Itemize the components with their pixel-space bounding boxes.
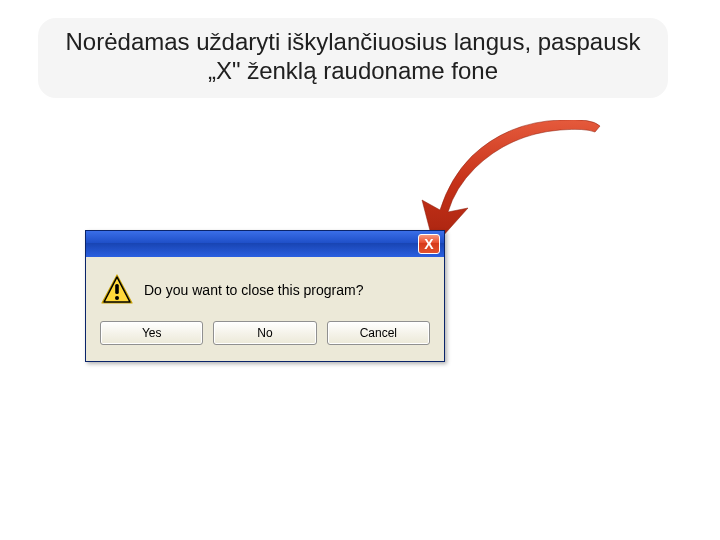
- dialog-body: Do you want to close this program?: [86, 257, 444, 317]
- dialog-button-row: Yes No Cancel: [86, 317, 444, 361]
- close-icon: X: [424, 237, 433, 251]
- cancel-button[interactable]: Cancel: [327, 321, 430, 345]
- popup-dialog: X Do you want to close this program? Yes…: [85, 230, 445, 362]
- warning-icon: [100, 273, 134, 307]
- no-button[interactable]: No: [213, 321, 316, 345]
- close-button[interactable]: X: [418, 234, 440, 254]
- curved-arrow-icon: [420, 120, 620, 250]
- yes-button[interactable]: Yes: [100, 321, 203, 345]
- dialog-message: Do you want to close this program?: [144, 282, 363, 298]
- yes-button-label: Yes: [142, 326, 162, 340]
- no-button-label: No: [257, 326, 272, 340]
- instruction-line-1: Norėdamas uždaryti iškylančiuosius langu…: [66, 28, 641, 55]
- instruction-banner: Norėdamas uždaryti iškylančiuosius langu…: [38, 18, 668, 98]
- cancel-button-label: Cancel: [360, 326, 397, 340]
- svg-point-1: [115, 296, 119, 300]
- pointer-arrow: [420, 120, 620, 250]
- svg-rect-0: [115, 284, 119, 294]
- dialog-titlebar: X: [86, 231, 444, 257]
- instruction-line-2: „X" ženklą raudoname fone: [208, 57, 498, 84]
